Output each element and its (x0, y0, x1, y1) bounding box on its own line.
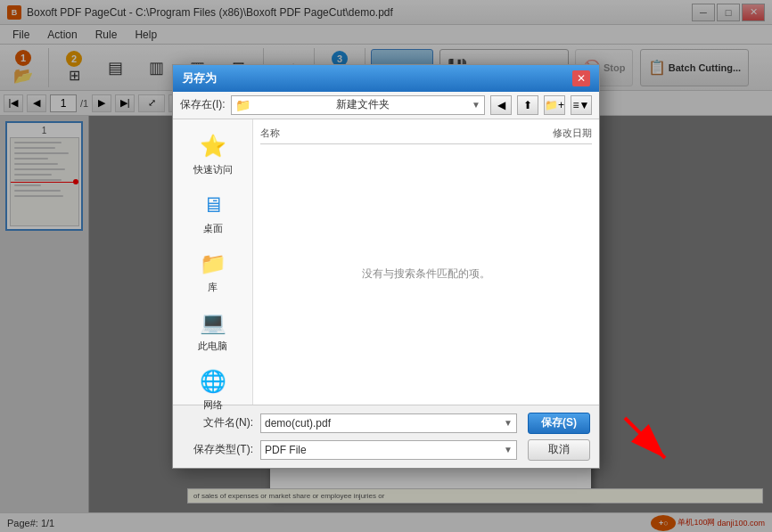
dialog-toolbar: 保存在(I): 📁 新建文件夹 ▼ ◀ ⬆ 📁+ ≡▼ (173, 92, 599, 119)
cancel-button[interactable]: 取消 (528, 439, 590, 461)
filetype-value: PDF File (265, 444, 307, 456)
nav-up-button[interactable]: ⬆ (517, 95, 538, 115)
new-folder-button[interactable]: 📁+ (544, 95, 565, 115)
network-icon: 🌐 (199, 367, 227, 396)
dialog-close-button[interactable]: ✕ (572, 70, 590, 86)
dialog-titlebar: 另存为 ✕ (173, 65, 599, 92)
filetype-input-container[interactable]: PDF File ▼ (260, 440, 517, 460)
empty-text: 没有与搜索条件匹配的项。 (362, 266, 490, 282)
arrow-svg (620, 413, 674, 467)
dialog-action-buttons: 保存(S) (528, 413, 590, 434)
col-modified: 修改日期 (553, 127, 592, 140)
dialog-body: ⭐ 快速访问 🖥 桌面 📁 库 💻 此电脑 🌐 网络 (173, 119, 599, 405)
desktop-label: 桌面 (203, 222, 223, 235)
save-in-label: 保存在(I): (180, 97, 226, 112)
nav-back-button[interactable]: ◀ (490, 95, 512, 115)
dialog-overlay: 另存为 ✕ 保存在(I): 📁 新建文件夹 ▼ ◀ ⬆ 📁+ ≡▼ ⭐ 快速访问 (0, 0, 772, 532)
save-in-combo[interactable]: 📁 新建文件夹 ▼ (231, 95, 485, 115)
files-header: 名称 修改日期 (260, 127, 592, 144)
nav-quick-access[interactable]: ⭐ 快速访问 (177, 127, 249, 182)
col-name: 名称 (260, 127, 280, 140)
library-label: 库 (208, 281, 218, 294)
dialog-title-text: 另存为 (182, 70, 217, 86)
quick-access-icon: ⭐ (199, 132, 227, 160)
library-icon: 📁 (199, 250, 227, 278)
filename-label: 文件名(N): (182, 415, 253, 430)
quick-access-label: 快速访问 (193, 163, 233, 176)
filetype-arrow: ▼ (504, 445, 513, 454)
filename-arrow: ▼ (504, 418, 513, 428)
save-as-dialog: 另存为 ✕ 保存在(I): 📁 新建文件夹 ▼ ◀ ⬆ 📁+ ≡▼ ⭐ 快速访问 (172, 64, 600, 469)
filename-value: demo(cut).pdf (265, 417, 331, 430)
computer-icon: 💻 (199, 308, 227, 337)
nav-desktop[interactable]: 🖥 桌面 (177, 185, 249, 241)
svg-line-1 (625, 418, 665, 458)
dialog-files-panel: 名称 修改日期 没有与搜索条件匹配的项。 (253, 119, 599, 405)
save-button[interactable]: 保存(S) (528, 413, 590, 434)
computer-label: 此电脑 (198, 340, 227, 353)
nav-library[interactable]: 📁 库 (177, 244, 249, 299)
red-arrow-decoration (620, 413, 674, 470)
folder-path-text: 新建文件夹 (336, 97, 390, 112)
network-label: 网络 (203, 398, 223, 412)
desktop-icon: 🖥 (199, 191, 227, 219)
nav-computer[interactable]: 💻 此电脑 (177, 303, 249, 358)
dialog-nav-panel: ⭐ 快速访问 🖥 桌面 📁 库 💻 此电脑 🌐 网络 (173, 119, 253, 405)
folder-icon: 📁 (235, 98, 250, 112)
filename-row: 文件名(N): demo(cut).pdf ▼ 保存(S) (182, 413, 590, 434)
files-empty-message: 没有与搜索条件匹配的项。 (260, 151, 592, 397)
dialog-cancel-area: 取消 (528, 439, 590, 461)
dialog-footer: 文件名(N): demo(cut).pdf ▼ 保存(S) 保存类型(T): P… (173, 405, 599, 468)
view-options-button[interactable]: ≡▼ (571, 95, 592, 115)
combo-arrow: ▼ (472, 100, 480, 110)
filetype-row: 保存类型(T): PDF File ▼ 取消 (182, 439, 590, 461)
nav-network[interactable]: 🌐 网络 (177, 362, 249, 417)
filetype-label: 保存类型(T): (182, 442, 253, 457)
filename-input-container[interactable]: demo(cut).pdf ▼ (260, 413, 517, 433)
